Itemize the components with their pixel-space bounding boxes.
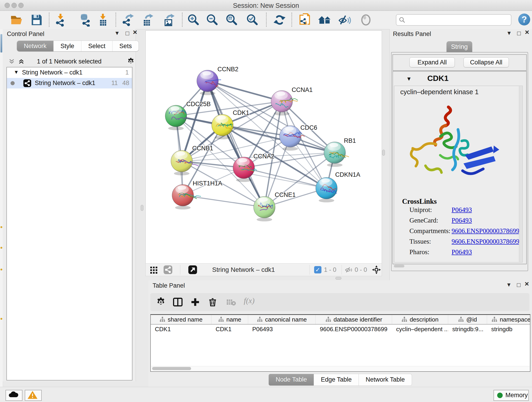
column-header-namespace[interactable]: namespace (487, 315, 530, 324)
tab-select[interactable]: Select (81, 41, 113, 51)
import-table-file-button[interactable] (96, 13, 109, 27)
home-networks-button[interactable] (318, 13, 331, 27)
grid-view-icon[interactable] (150, 266, 158, 274)
hide-panel-eye-button[interactable] (338, 13, 351, 27)
cell[interactable]: stringdb (487, 325, 530, 334)
search-input[interactable] (407, 15, 509, 24)
refresh-button[interactable] (273, 13, 286, 27)
selected-checkbox[interactable]: ✓ (314, 266, 322, 274)
gear-icon[interactable] (127, 57, 135, 65)
network-node-RB1[interactable] (324, 142, 349, 167)
panel-float-icon[interactable]: □ (517, 281, 520, 288)
share-view-button[interactable] (164, 265, 172, 274)
node-label: CDC25B (186, 101, 211, 108)
zoom-in-button[interactable] (186, 13, 200, 27)
cloud-status-button[interactable] (6, 390, 22, 401)
splitter-handle[interactable] (141, 205, 143, 211)
export-network-button[interactable] (121, 13, 135, 27)
panel-close-icon[interactable]: × (525, 29, 529, 36)
memory-button[interactable]: Memory (494, 390, 529, 401)
tab-node-table[interactable]: Node Table (268, 374, 314, 386)
share-document-button[interactable] (298, 13, 311, 27)
column-header-id[interactable]: @id (448, 315, 487, 324)
delete-row-icon[interactable] (208, 297, 218, 307)
tab-style[interactable]: Style (54, 41, 81, 51)
results-horizontal-scrollbar[interactable] (394, 265, 404, 268)
show-columns-icon[interactable] (173, 297, 183, 307)
help-button[interactable]: ? (518, 13, 530, 26)
zoom-out-button[interactable] (205, 13, 219, 27)
network-collection-row[interactable]: ▼ String Network – cdk1 1 (7, 67, 132, 78)
crosslink-value-link[interactable]: P06493 (452, 206, 472, 214)
crosslink-value-link[interactable]: P06493 (452, 217, 472, 224)
network-canvas[interactable]: CCNB2CCNA1CDC25BCDK1CDC6RB1CCNB1CCNA2CDK… (146, 31, 382, 264)
tab-network-table[interactable]: Network Table (359, 374, 412, 386)
network-node-CCNA1[interactable] (271, 90, 298, 115)
tab-sets[interactable]: Sets (113, 41, 139, 51)
network-view-toolbar: String Network – cdk1 ✓ 1 - 0 0 - 0 (146, 263, 382, 276)
panel-collapse-icon[interactable]: ▾ (115, 30, 119, 36)
control-panel: Control Panel ▾ □ × NetworkStyleSelectSe… (3, 29, 136, 381)
network-label: String Network – cdk1 (35, 80, 95, 87)
tab-network[interactable]: Network (17, 41, 54, 51)
panel-close-icon[interactable]: × (525, 280, 529, 287)
network-node-CDKN1A[interactable] (316, 177, 337, 202)
zoom-fit-button[interactable] (225, 13, 238, 27)
cell[interactable]: 9606.ENSP00000378699 (316, 325, 392, 334)
tab-string[interactable]: String (447, 41, 472, 52)
panel-collapse-icon[interactable]: ▾ (507, 281, 510, 288)
zoom-selected-button[interactable] (245, 13, 259, 27)
birds-eye-view-button[interactable] (188, 265, 197, 274)
cell[interactable]: CDK1 (151, 325, 211, 334)
save-session-button[interactable] (30, 13, 43, 27)
panel-close-icon[interactable]: × (133, 29, 137, 36)
network-node-CDC25B[interactable] (165, 105, 187, 130)
open-session-button[interactable] (10, 13, 23, 27)
splitter-handle[interactable] (336, 277, 341, 280)
network-row-selected[interactable]: String Network – cdk1 11 48 (7, 78, 132, 89)
results-panel-title: Results Panel (393, 31, 431, 38)
column-header-database-identifier[interactable]: database identifier (316, 315, 392, 324)
search-field[interactable] (396, 14, 511, 26)
column-header-name[interactable]: name (211, 315, 248, 324)
expand-all-button[interactable]: Expand All (409, 57, 455, 67)
import-network-file-button[interactable] (54, 13, 67, 27)
preview-eye-button[interactable] (359, 13, 373, 27)
export-table-button[interactable] (141, 13, 154, 27)
column-header-canonical-name[interactable]: canonical name (248, 315, 316, 324)
cell[interactable]: CDK1 (211, 325, 248, 334)
results-vertical-scrollbar[interactable] (519, 86, 522, 262)
cell[interactable]: stringdb:9... (448, 325, 487, 334)
column-header-shared-name[interactable]: shared name (151, 315, 211, 324)
cell[interactable]: cyclin–dependent ... (392, 325, 448, 334)
warning-status-button[interactable] (25, 390, 42, 401)
collapse-all-button[interactable]: Collapse All (463, 57, 509, 67)
scrollbar-thumb[interactable] (152, 367, 191, 370)
table-row[interactable]: CDK1CDK1P064939606.ENSP00000378699cyclin… (151, 325, 530, 334)
tab-edge-table[interactable]: Edge Table (314, 374, 359, 386)
memory-status-dot (497, 393, 503, 398)
gene-section-header[interactable]: ▼ CDK1 (393, 71, 526, 86)
fit-content-crosshair-icon[interactable] (372, 265, 381, 274)
column-source-icon (257, 317, 263, 322)
table-gear-icon[interactable] (156, 297, 166, 307)
panel-collapse-icon[interactable]: ▾ (507, 30, 511, 36)
crosslink-value-link[interactable]: P06493 (452, 248, 472, 256)
network-node-CCNE1[interactable] (254, 196, 275, 221)
network-edge[interactable] (183, 195, 264, 207)
panel-float-icon[interactable]: □ (126, 30, 129, 37)
crosslink-value-link[interactable]: 9606.ENSP00000378699 (452, 238, 519, 245)
edge-count: 48 (122, 80, 129, 87)
expander-icon[interactable]: ▼ (14, 69, 19, 75)
column-header-description[interactable]: description (392, 315, 448, 324)
export-image-button[interactable] (162, 13, 176, 27)
crosslink-value-link[interactable]: 9606.ENSP00000378699 (452, 227, 519, 235)
splitter-handle[interactable] (382, 150, 385, 156)
section-expander-icon[interactable]: ▼ (406, 76, 412, 82)
network-node-CCNB2[interactable] (197, 70, 221, 95)
toolbar-separator (182, 13, 183, 27)
import-network-database-button[interactable] (78, 13, 91, 27)
add-row-icon[interactable] (190, 297, 200, 307)
panel-float-icon[interactable]: □ (517, 30, 521, 37)
cell[interactable]: P06493 (248, 325, 316, 334)
